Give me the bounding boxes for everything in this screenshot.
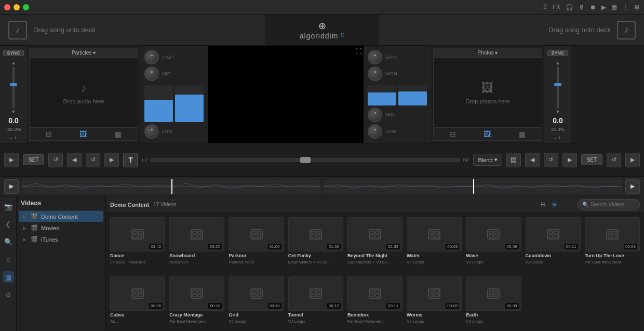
right-loop-main[interactable]: ↺ [544,153,558,167]
monitor-icon[interactable]: 🖥 [634,4,640,11]
mic-icon[interactable]: 🎙 [579,4,585,11]
left-skip-back[interactable]: ◀ [67,153,82,167]
right-set-btn[interactable]: SET [581,154,602,165]
sidebar-video-icon[interactable]: ▦ [3,271,14,283]
video-item[interactable]: 02:33 Beyond The Night Loopmasters + VJ … [347,217,403,272]
left-video-icon[interactable]: ⊟ [46,130,52,138]
bars-icon[interactable]: ⋮ [622,4,628,11]
fx-label[interactable]: FX [553,4,560,11]
right-play-mini[interactable]: ▶ [625,153,640,167]
blend-button[interactable]: Blend ▾ [473,154,502,166]
right-gain-label: GAIN [385,55,400,60]
left-drop-text: Drop audio here [63,98,104,104]
headphones-icon[interactable]: 🎧 [566,4,573,11]
search-input[interactable] [591,202,635,207]
video-item[interactable]: 00:11 Boombox Far East Movement [347,276,403,332]
left-low-knob[interactable] [144,124,159,139]
left-fader-1[interactable] [144,85,173,122]
left-set-btn[interactable]: SET [23,154,44,165]
video-item[interactable]: 00:08 Turn Up The Love Far East Movement [585,217,640,272]
video-item[interactable]: 00:12 Tunnel VJ Loops [288,276,343,332]
video-duration: 00:08 [149,303,163,309]
grid-view-btn[interactable]: ⊞ [548,199,560,210]
right-deck-drag[interactable]: ♪ Drag song onto deck [379,15,644,45]
right-skip-fwd[interactable]: ▶ [562,153,577,167]
svg-rect-17 [316,231,320,234]
grid-icon[interactable]: ⠿ [543,4,547,11]
sidebar-chevron-icon[interactable]: ❮ [3,218,14,230]
video-item[interactable]: 00:08 Earth VJ Loops [466,276,521,332]
left-skip-fwd[interactable]: ▶ [104,153,119,167]
svg-rect-73 [430,294,434,297]
left-bars-icon[interactable]: ▦ [115,130,122,138]
video-item[interactable]: 03:05 Snowboard isenseven [169,217,224,272]
right-low-knob[interactable] [368,124,382,139]
right-bpm-minus[interactable]: - [554,135,556,141]
image-overlay-button[interactable]: 🖼 [506,153,521,167]
right-image-icon[interactable]: 🖼 [484,130,491,138]
left-image-icon[interactable]: 🖼 [79,130,87,138]
video-item[interactable]: 00:09 Wave VJ Loops [466,217,521,272]
right-play-btn[interactable]: ▶ [625,179,640,194]
right-skip-back[interactable]: ◀ [525,153,540,167]
left-high-knob[interactable] [144,50,159,64]
left-sync-button[interactable]: SYNC [3,50,24,56]
video-item[interactable]: 00:11 Countdown VJ Loops [526,217,581,272]
right-visual-content[interactable]: 🖼 Drop photos here [434,58,542,127]
video-item[interactable]: 01:00 Get Funky Loopmasters + VJ Lo... [288,217,343,272]
maximize-button[interactable] [23,4,29,10]
left-pitch-fader[interactable] [12,67,15,108]
right-loop-btn[interactable]: ↺ [607,153,621,167]
left-waveform[interactable] [22,179,320,194]
left-loop-main[interactable]: ↺ [86,153,100,167]
text-overlay-button[interactable]: T [123,153,138,167]
right-sync-button[interactable]: SYNC [547,50,568,56]
right-pitch-fader[interactable] [557,67,559,108]
left-bpm-plus[interactable]: + [14,135,17,141]
expand-icon[interactable]: ⛶ [355,48,361,55]
browser-folder-item[interactable]: ▶ 🎬 Demo Content [19,211,103,222]
list-view-btn[interactable]: ≡ [563,199,574,210]
left-fader-2[interactable] [175,85,204,122]
video-item[interactable]: 03:42 Dance Lil' Buck · YakFilms [110,217,165,272]
crossfader-track[interactable] [150,158,460,162]
close-button[interactable] [4,4,10,10]
right-video-icon[interactable]: ⊟ [450,130,456,138]
filter-icon[interactable]: ⊟ [541,201,545,208]
video-subtitle: Loopmasters + VJ Lo... [347,260,403,264]
video-item[interactable]: 00:10 Grid VJ Loops [229,276,284,332]
layout-icon[interactable]: ▦ [611,4,617,11]
left-loop-btn[interactable]: ↺ [48,153,63,167]
right-bars-icon[interactable]: ▦ [519,130,526,138]
left-eq-section: HIGH MID LOW [140,46,208,143]
right-fader-1[interactable] [368,85,396,105]
right-high-knob[interactable] [368,67,382,81]
left-play-mini[interactable]: ▶ [4,153,19,167]
left-play-btn[interactable]: ▶ [4,179,19,194]
browser-folder-item[interactable]: ▶ 🎬 Movies [19,222,103,233]
play-icon[interactable]: ▶ [601,4,606,11]
left-visual-content[interactable]: ♪ Drop audio here [30,58,138,127]
sidebar-settings-icon[interactable]: ⚙ [3,289,14,300]
right-mid-knob[interactable] [368,108,382,122]
sidebar-camera-icon[interactable]: 📷 [3,201,14,212]
left-mid-knob[interactable] [144,67,159,81]
left-bpm-minus[interactable]: - [10,135,11,141]
browser-folder-item[interactable]: ▶ 🎬 iTunes [19,234,103,245]
minimize-button[interactable] [14,4,20,10]
record-icon[interactable]: ⏺ [590,4,596,11]
right-bpm-plus[interactable]: + [558,135,561,141]
video-item[interactable]: 00:03 Water VJ Loops [407,217,462,272]
right-fader-2[interactable] [398,85,427,105]
left-deck-drag[interactable]: ♪ Drag song onto deck [0,15,265,45]
sidebar-search-icon[interactable]: 🔍 [3,236,14,247]
video-item[interactable]: 00:10 Crazy Montage Far East Movement [169,276,224,332]
video-item[interactable]: 00:09 Worms VJ Loops [407,276,462,332]
video-item[interactable]: 01:00 Parkour Parkour Paris [229,217,284,272]
right-waveform[interactable] [324,179,622,194]
svg-rect-34 [494,235,498,237]
video-item[interactable]: 00:08 Cubes AL... [110,276,165,332]
right-gain-knob[interactable] [368,50,382,64]
sidebar-music-icon[interactable]: ♫ [3,254,14,265]
left-sync-section: SYNC ▲ ▼ 0.0 -25.0% - + [0,46,27,143]
